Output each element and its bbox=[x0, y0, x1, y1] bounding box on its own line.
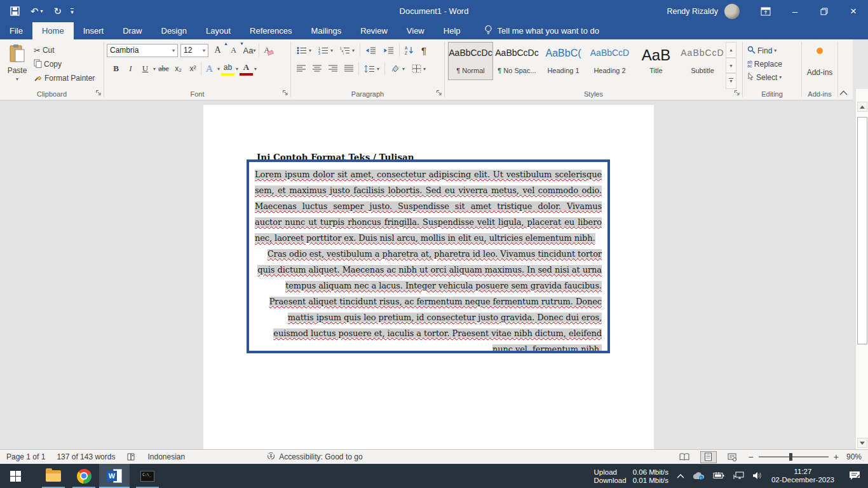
addins-icon[interactable] bbox=[817, 48, 823, 54]
tab-review[interactable]: Review bbox=[351, 22, 397, 39]
battery-icon[interactable] bbox=[713, 471, 725, 480]
strikethrough-button[interactable]: abc bbox=[157, 62, 170, 76]
font-name-combo[interactable]: Cambria ▾ bbox=[107, 44, 178, 57]
clipboard-dialog-launcher[interactable] bbox=[95, 89, 102, 98]
font-color-button[interactable]: A bbox=[240, 62, 253, 76]
paragraph-dialog-launcher[interactable] bbox=[436, 89, 442, 98]
find-button[interactable]: Find▾ bbox=[745, 45, 799, 56]
zoom-level[interactable]: 90% bbox=[846, 452, 862, 461]
read-mode-button[interactable] bbox=[676, 451, 693, 463]
language-indicator[interactable]: Indonesian bbox=[147, 452, 185, 461]
tray-expand-chevron-icon[interactable] bbox=[677, 472, 684, 480]
tab-mailings[interactable]: Mailings bbox=[302, 22, 351, 39]
tab-help[interactable]: Help bbox=[434, 22, 470, 39]
justify-button[interactable] bbox=[342, 64, 355, 73]
style-subtitle[interactable]: AaBbCcD Subtitle bbox=[680, 42, 725, 80]
paragraph-2[interactable]: Cras odio est, vestibulum a pharetra at,… bbox=[255, 246, 602, 353]
zoom-out-button[interactable]: − bbox=[749, 452, 754, 462]
styles-dialog-launcher[interactable] bbox=[734, 89, 740, 98]
select-button[interactable]: Select▾ bbox=[745, 72, 799, 83]
numbering-button[interactable]: 123 ▾ bbox=[316, 46, 335, 55]
tab-design[interactable]: Design bbox=[152, 22, 196, 39]
taskbar-terminal[interactable]: C:\_ bbox=[132, 464, 163, 488]
styles-scroll-down-button[interactable]: ▼ bbox=[726, 58, 736, 74]
clock[interactable]: 11:27 02-December-2023 bbox=[771, 468, 834, 484]
format-painter-button[interactable]: Format Painter bbox=[32, 72, 97, 84]
highlight-caret-icon[interactable]: ▾ bbox=[236, 66, 238, 72]
tab-file[interactable]: File bbox=[0, 22, 32, 39]
style-heading-2[interactable]: AaBbCcD Heading 2 bbox=[587, 42, 632, 80]
proofing-errors-icon[interactable] bbox=[126, 452, 136, 461]
redo-button[interactable]: ↻ bbox=[54, 6, 62, 17]
start-button[interactable] bbox=[0, 464, 31, 488]
scrollbar-thumb[interactable] bbox=[857, 117, 867, 344]
ribbon-display-options-button[interactable] bbox=[751, 0, 780, 22]
styles-scroll-up-button[interactable]: ▲ bbox=[726, 42, 736, 58]
save-icon[interactable] bbox=[10, 6, 20, 16]
addins-button[interactable]: Add-ins bbox=[807, 68, 833, 77]
increase-indent-button[interactable] bbox=[381, 46, 396, 55]
print-layout-button[interactable] bbox=[700, 451, 717, 463]
network-icon[interactable] bbox=[733, 471, 744, 481]
collapse-ribbon-button[interactable] bbox=[839, 88, 848, 97]
borders-button[interactable]: ▾ bbox=[410, 64, 428, 74]
vertical-scrollbar[interactable] bbox=[855, 89, 868, 449]
font-dialog-launcher[interactable] bbox=[282, 89, 288, 98]
user-avatar[interactable] bbox=[724, 4, 740, 19]
style-normal[interactable]: AaBbCcDc ¶ Normal bbox=[448, 42, 493, 80]
style-heading-1[interactable]: AaBbC( Heading 1 bbox=[541, 42, 586, 80]
text-effects-caret-icon[interactable]: ▾ bbox=[217, 66, 220, 72]
text-effects-button[interactable]: A bbox=[203, 62, 216, 76]
align-center-button[interactable] bbox=[311, 64, 323, 73]
zoom-slider[interactable]: − + bbox=[749, 452, 839, 462]
show-hide-pilcrow-button[interactable]: ¶ bbox=[419, 44, 428, 57]
text-highlight-button[interactable]: ab bbox=[221, 62, 234, 76]
tab-draw[interactable]: Draw bbox=[113, 22, 151, 39]
align-right-button[interactable] bbox=[327, 64, 339, 73]
cut-button[interactable]: ✂ Cut bbox=[32, 44, 97, 56]
bold-button[interactable]: B bbox=[109, 62, 123, 76]
subscript-button[interactable]: x₂ bbox=[172, 62, 185, 76]
action-center-icon[interactable] bbox=[849, 471, 860, 482]
tab-insert[interactable]: Insert bbox=[74, 22, 114, 39]
tell-me-box[interactable]: Tell me what you want to do bbox=[484, 22, 599, 39]
align-left-button[interactable] bbox=[295, 64, 308, 73]
close-button[interactable]: × bbox=[839, 0, 868, 22]
bullets-button[interactable]: ▾ bbox=[295, 46, 313, 55]
accessibility-indicator[interactable]: Accessibility: Good to go bbox=[266, 451, 362, 463]
paragraph-1[interactable]: Lorem ipsum dolor sit amet, consectetur … bbox=[255, 166, 602, 246]
comments-icon[interactable] bbox=[848, 25, 859, 37]
font-color-caret-icon[interactable]: ▾ bbox=[254, 66, 257, 72]
signed-in-user[interactable]: Rendy Rizaldy bbox=[667, 7, 718, 16]
tab-view[interactable]: View bbox=[397, 22, 434, 39]
page-number-indicator[interactable]: Page 1 of 1 bbox=[6, 452, 45, 461]
shrink-font-button[interactable]: A▼ bbox=[227, 43, 240, 57]
superscript-button[interactable]: x² bbox=[186, 62, 200, 76]
paragraph-border-box[interactable]: Lorem ipsum dolor sit amet, consectetur … bbox=[247, 159, 610, 353]
scroll-up-button[interactable] bbox=[857, 102, 867, 112]
web-layout-button[interactable] bbox=[724, 451, 741, 463]
clear-formatting-button[interactable]: A bbox=[262, 43, 275, 57]
zoom-slider-handle[interactable] bbox=[789, 453, 792, 461]
onedrive-cloud-icon[interactable]: i bbox=[693, 471, 705, 481]
minimize-button[interactable]: – bbox=[780, 0, 810, 22]
sort-button[interactable]: AZ bbox=[403, 45, 416, 55]
grow-font-button[interactable]: A▲ bbox=[211, 43, 224, 57]
volume-icon[interactable] bbox=[752, 471, 763, 481]
paste-button[interactable]: Paste ▾ bbox=[3, 41, 32, 90]
font-size-combo[interactable]: 12 ▾ bbox=[180, 44, 208, 57]
tab-home[interactable]: Home bbox=[32, 22, 74, 39]
change-case-button[interactable]: Aa▾ bbox=[243, 43, 256, 57]
decrease-indent-button[interactable] bbox=[363, 46, 378, 55]
taskbar-word[interactable]: W bbox=[99, 464, 130, 488]
restore-button[interactable] bbox=[810, 0, 839, 22]
style-no-spacing[interactable]: AaBbCcDc ¶ No Spac... bbox=[494, 42, 539, 80]
shading-button[interactable]: ▾ bbox=[388, 64, 407, 74]
word-count-indicator[interactable]: 137 of 143 words bbox=[57, 452, 115, 461]
replace-button[interactable]: abac Replace bbox=[745, 58, 799, 69]
taskbar-file-explorer[interactable] bbox=[38, 464, 69, 488]
document-page[interactable]: Ini Contoh Format Teks / Tulisan Lorem i… bbox=[203, 105, 654, 449]
styles-gallery-more-button[interactable]: ▼ bbox=[726, 73, 736, 89]
copy-button[interactable]: Copy bbox=[32, 58, 97, 70]
network-speed-widget[interactable]: Upload0.06 Mbit/s Download0.01 Mbit/s bbox=[594, 468, 668, 484]
